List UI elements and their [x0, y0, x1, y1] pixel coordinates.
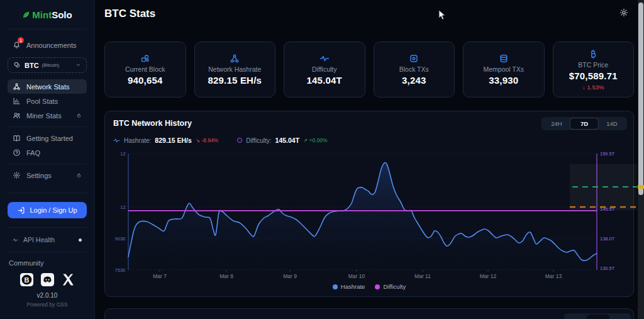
chart-header-stats: Hashrate: 829.15 EH/s ↘ -8.94% Difficult…: [113, 137, 328, 144]
pulse-blue-icon: [113, 137, 120, 144]
tab-7d[interactable]: 7D: [570, 118, 598, 129]
settings-gear-icon: [13, 171, 21, 179]
powered-by: Powered by GSS: [0, 301, 94, 308]
legend-label: Difficulty: [383, 283, 406, 290]
stat-card-value: 940,654: [128, 75, 163, 86]
brand-mint: Mint: [32, 9, 52, 20]
x-axis-label: Mar 8: [219, 273, 233, 279]
network-hashrate-icon: [230, 53, 240, 64]
btc-price-icon: [588, 49, 598, 59]
sidebar-item-getting-started[interactable]: Getting Started: [8, 131, 87, 145]
bitcointalk-icon[interactable]: B: [19, 272, 34, 287]
sidebar-item-label: Announcements: [26, 42, 82, 49]
tab-24h[interactable]: 24H: [543, 118, 570, 129]
sidebar-item-label: Miner Stats: [26, 112, 70, 120]
hashrate-area: [128, 162, 597, 270]
sidebar-item-settings[interactable]: Settings: [8, 168, 87, 182]
chart-title: BTC Network History: [113, 119, 192, 128]
difficulty-label: Difficulty:: [246, 137, 271, 144]
sidebar-item-label: Settings: [26, 172, 70, 179]
legend-item-hashrate[interactable]: Hashrate: [333, 283, 365, 290]
login-label: Login / Sign Up: [30, 206, 77, 214]
x-axis-label: Mar 10: [348, 273, 365, 279]
pool-stats-icon: [13, 97, 21, 105]
stat-card-value: 829.15 EH/s: [208, 75, 262, 86]
main-content: BTC Stats Current Block 940,654 Network …: [94, 0, 644, 319]
stat-card-label: Difficulty: [312, 65, 336, 73]
hashrate-change: ↘ -8.94%: [196, 137, 218, 143]
stat-card-label: Block TXs: [399, 65, 429, 73]
stat-card-difficulty: Difficulty 145.04T: [284, 42, 365, 98]
next-section-range-toggle[interactable]: [564, 313, 631, 319]
page-scrollbar: [638, 0, 644, 319]
sidebar-item-faq[interactable]: FAQ: [8, 145, 87, 160]
sidebar-item-label: Getting Started: [26, 135, 82, 142]
sidebar-item-pool-stats[interactable]: Pool Stats: [8, 94, 87, 108]
discord-icon[interactable]: [40, 272, 55, 287]
block-txs-icon: [409, 53, 419, 64]
y-axis-left-tick: 1Z: [120, 151, 126, 157]
coin-selector[interactable]: BTC (Bitcoin): [8, 57, 87, 73]
announcements-badge: 1: [18, 37, 24, 43]
coin-symbol: BTC: [25, 62, 39, 69]
lock-icon: [76, 172, 82, 178]
coin-name: (Bitcoin): [42, 62, 72, 68]
next-section-card: [104, 308, 634, 319]
scrollbar-thumb[interactable]: [638, 3, 643, 195]
y-axis-right-tick: 145.5T: [600, 206, 615, 212]
network-history-chart: 1Z1Z903E753E159.5T145.5T138.0T130.5TMar …: [105, 150, 635, 283]
theme-toggle-button[interactable]: [619, 8, 628, 20]
legend-label: Hashrate: [341, 283, 365, 290]
y-axis-right-tick: 138.0T: [600, 236, 615, 242]
difficulty-icon: [319, 53, 330, 64]
current-block-icon: [140, 53, 150, 64]
sidebar-item-miner-stats[interactable]: Miner Stats: [8, 108, 87, 123]
getting-started-icon: [13, 134, 21, 142]
legend-dot: [333, 284, 338, 289]
y-axis-right-tick: 159.5T: [600, 151, 615, 157]
chart-legend: Hashrate Difficulty: [105, 283, 633, 290]
y-axis-left-tick: 753E: [114, 267, 126, 273]
sidebar-item-network-stats[interactable]: Network Stats: [8, 79, 87, 94]
x-axis-label: Mar 12: [480, 273, 497, 279]
faq-icon: [13, 148, 21, 157]
y-axis-right-tick: 130.5T: [600, 266, 615, 271]
stat-card-value: 33,930: [489, 75, 518, 86]
stat-card-current-block: Current Block 940,654: [104, 42, 186, 98]
brand-solo: Solo: [52, 9, 72, 20]
stat-card-change: ↓ 1.53%: [582, 84, 604, 91]
x-icon[interactable]: [61, 272, 75, 287]
sun-icon: [619, 8, 628, 17]
y-axis-left-tick: 1Z: [120, 204, 126, 210]
stat-card-value: 3,243: [402, 75, 426, 86]
sidebar-item-label: FAQ: [26, 149, 82, 157]
app-version: v2.0.10: [0, 292, 94, 299]
legend-dot: [375, 284, 380, 289]
api-health-status-dot: [79, 238, 82, 242]
y-axis-left-tick: 903E: [114, 236, 126, 242]
x-axis-label: Mar 11: [414, 273, 431, 279]
stat-card-block-txs: Block TXs 3,243: [374, 42, 455, 98]
sidebar-item-label: Pool Stats: [26, 98, 82, 105]
lock-icon: [76, 113, 82, 118]
sidebar-item-label: Network Stats: [26, 83, 82, 91]
api-health-label: API Health: [23, 236, 55, 243]
difficulty-change: ↗ +0.00%: [303, 137, 328, 143]
brand-logo: MintSolo: [0, 0, 94, 20]
difficulty-value: 145.04T: [275, 137, 300, 144]
hashrate-value: 829.15 EH/s: [155, 137, 191, 144]
legend-item-difficulty[interactable]: Difficulty: [375, 283, 406, 290]
stat-card-label: BTC Price: [578, 61, 608, 69]
stat-card-label: Current Block: [125, 65, 165, 73]
api-health-item[interactable]: API Health: [8, 233, 87, 246]
pulse-icon: [13, 237, 18, 243]
sidebar-item-announcements[interactable]: 1 Announcements: [8, 38, 87, 52]
login-signup-button[interactable]: Login / Sign Up: [8, 202, 87, 218]
time-range-toggle: 24H7D14D: [541, 117, 627, 130]
stat-card-btc-price: BTC Price $70,589.71 ↓ 1.53%: [553, 42, 635, 98]
network-stats-icon: [13, 82, 21, 91]
svg-text:B: B: [24, 276, 29, 284]
stat-card-label: Network Hashrate: [208, 65, 261, 73]
tab-14d[interactable]: 14D: [598, 118, 626, 129]
stat-card-value: $70,589.71: [569, 70, 618, 81]
